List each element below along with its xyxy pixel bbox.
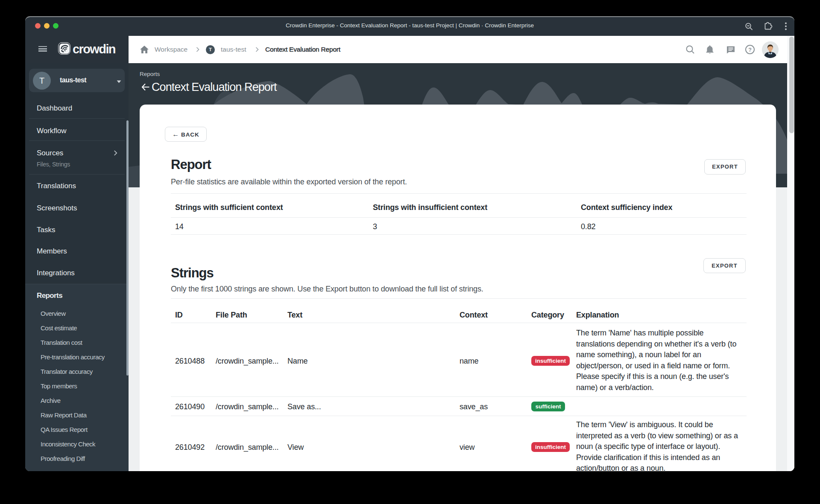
svg-text:?: ? — [748, 47, 752, 53]
